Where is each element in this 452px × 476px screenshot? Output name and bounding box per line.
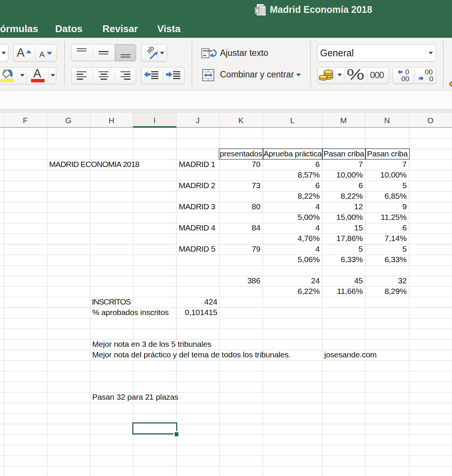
svg-text:X: X xyxy=(255,8,259,14)
svg-text:ab: ab xyxy=(145,45,155,55)
